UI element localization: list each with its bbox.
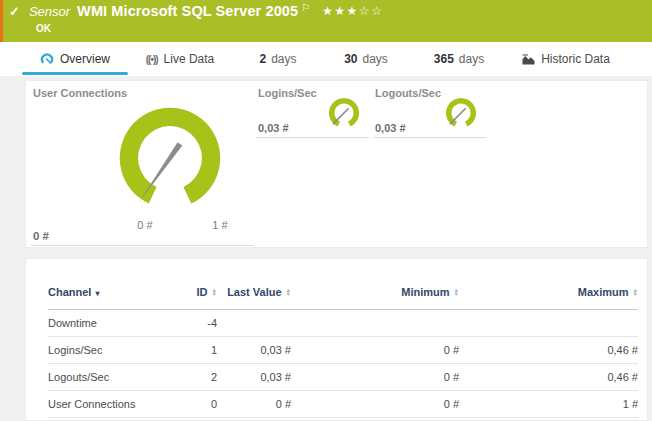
table-row-downtime[interactable]: Downtime -4 bbox=[48, 310, 638, 337]
column-header-channel[interactable]: Channel▾ bbox=[48, 259, 153, 310]
column-label: Last Value bbox=[227, 286, 281, 298]
cell-last-value: 0,03 # bbox=[217, 337, 291, 364]
tab-bar: Overview ((•)) Live Data 2 days 30 days … bbox=[0, 42, 652, 76]
status-check-icon: ✓ bbox=[9, 4, 20, 19]
gauge-scale-min: 0 # bbox=[130, 219, 160, 231]
user-connections-gauge bbox=[112, 100, 228, 216]
tab-unit: days bbox=[459, 52, 484, 66]
table-row-logouts[interactable]: Logouts/Sec 2 0,03 # 0 # 0,46 # bbox=[48, 364, 638, 391]
sort-icon: ▲▼ bbox=[454, 288, 459, 296]
sort-icon: ▲▼ bbox=[286, 288, 291, 296]
priority-stars[interactable]: ★★★☆☆ bbox=[322, 4, 383, 18]
status-badge: OK bbox=[36, 23, 51, 34]
cell-minimum: 0 # bbox=[291, 391, 459, 418]
gauge-title: Logouts/Sec bbox=[375, 87, 441, 99]
history-chart-icon bbox=[522, 54, 535, 65]
cell-id: 1 bbox=[153, 337, 217, 364]
cell-channel: User Connections bbox=[48, 391, 153, 418]
gauge-value: 0,03 # bbox=[375, 122, 406, 134]
gauge-icon bbox=[40, 52, 54, 66]
cell-last-value bbox=[217, 310, 291, 337]
gauge-title: User Connections bbox=[33, 87, 127, 99]
tab-30-days[interactable]: 30 days bbox=[336, 42, 396, 76]
sort-desc-icon: ▾ bbox=[95, 289, 99, 298]
channels-table: Channel▾ ID▲▼ Last Value▲▼ Minimum▲▼ Max… bbox=[48, 259, 638, 418]
cell-minimum bbox=[291, 310, 459, 337]
tab-365-days[interactable]: 365 days bbox=[426, 42, 492, 76]
cell-channel: Logins/Sec bbox=[48, 337, 153, 364]
live-broadcast-icon: ((•)) bbox=[146, 54, 158, 65]
cell-id: 0 bbox=[153, 391, 217, 418]
tab-historic-data[interactable]: Historic Data bbox=[514, 42, 618, 76]
table-row-user-connections[interactable]: User Connections 0 0 # 0 # 1 # bbox=[48, 391, 638, 418]
sensor-overview-page: ✓ Sensor WMI Microsoft SQL Server 2005 ⚐… bbox=[0, 0, 652, 421]
tab-unit: days bbox=[271, 52, 296, 66]
active-tab-indicator bbox=[22, 72, 128, 75]
cell-last-value: 0,03 # bbox=[217, 364, 291, 391]
gauge-value: 0 # bbox=[33, 230, 49, 242]
cell-id: 2 bbox=[153, 364, 217, 391]
cell-minimum: 0 # bbox=[291, 364, 459, 391]
sensor-title: WMI Microsoft SQL Server 2005 bbox=[77, 3, 298, 19]
logins-gauge bbox=[326, 96, 362, 132]
column-label: Minimum bbox=[401, 286, 449, 298]
tab-number: 365 bbox=[434, 52, 454, 66]
tab-number: 30 bbox=[344, 52, 357, 66]
gauge-title: Logins/Sec bbox=[258, 87, 317, 99]
column-label: Maximum bbox=[578, 286, 629, 298]
column-header-minimum[interactable]: Minimum▲▼ bbox=[291, 259, 459, 310]
cell-minimum: 0 # bbox=[291, 337, 459, 364]
cell-maximum bbox=[459, 310, 638, 337]
column-label: Channel bbox=[48, 286, 91, 298]
gauge-value: 0,03 # bbox=[258, 122, 289, 134]
cell-last-value: 0 # bbox=[217, 391, 291, 418]
tab-unit: days bbox=[363, 52, 388, 66]
gauges-panel: User Connections 0 # 1 # 0 # Logins/Sec … bbox=[25, 80, 648, 248]
object-kind-label: Sensor bbox=[29, 4, 70, 19]
tab-live-data[interactable]: ((•)) Live Data bbox=[140, 42, 220, 76]
tab-overview[interactable]: Overview bbox=[22, 42, 128, 76]
tab-2-days[interactable]: 2 days bbox=[248, 42, 308, 76]
tab-number: 2 bbox=[259, 52, 266, 66]
cell-maximum: 1 # bbox=[459, 391, 638, 418]
tab-label: Live Data bbox=[164, 52, 215, 66]
channels-panel: Channel▾ ID▲▼ Last Value▲▼ Minimum▲▼ Max… bbox=[25, 258, 648, 421]
cell-maximum: 0,46 # bbox=[459, 337, 638, 364]
column-label: ID bbox=[197, 286, 208, 298]
gauge-block-user-connections: User Connections 0 # 1 # 0 # bbox=[31, 85, 254, 246]
flag-icon: ⚐ bbox=[301, 2, 310, 13]
sort-icon: ▲▼ bbox=[212, 288, 217, 296]
gauge-block-logins: Logins/Sec 0,03 # bbox=[256, 85, 369, 138]
cell-maximum: 0,46 # bbox=[459, 364, 638, 391]
gauge-scale-max: 1 # bbox=[205, 219, 235, 231]
cell-channel: Downtime bbox=[48, 310, 153, 337]
cell-id: -4 bbox=[153, 310, 217, 337]
column-header-maximum[interactable]: Maximum▲▼ bbox=[459, 259, 638, 310]
tab-label: Overview bbox=[60, 52, 110, 66]
table-row-logins[interactable]: Logins/Sec 1 0,03 # 0 # 0,46 # bbox=[48, 337, 638, 364]
priority-stripe bbox=[0, 0, 3, 42]
table-header-row: Channel▾ ID▲▼ Last Value▲▼ Minimum▲▼ Max… bbox=[48, 259, 638, 310]
sensor-header: ✓ Sensor WMI Microsoft SQL Server 2005 ⚐… bbox=[0, 0, 652, 42]
tab-label: Historic Data bbox=[541, 52, 610, 66]
sort-icon: ▲▼ bbox=[633, 288, 638, 296]
column-header-last-value[interactable]: Last Value▲▼ bbox=[217, 259, 291, 310]
logouts-gauge bbox=[443, 96, 479, 132]
cell-channel: Logouts/Sec bbox=[48, 364, 153, 391]
gauge-block-logouts: Logouts/Sec 0,03 # bbox=[373, 85, 486, 138]
column-header-id[interactable]: ID▲▼ bbox=[153, 259, 217, 310]
